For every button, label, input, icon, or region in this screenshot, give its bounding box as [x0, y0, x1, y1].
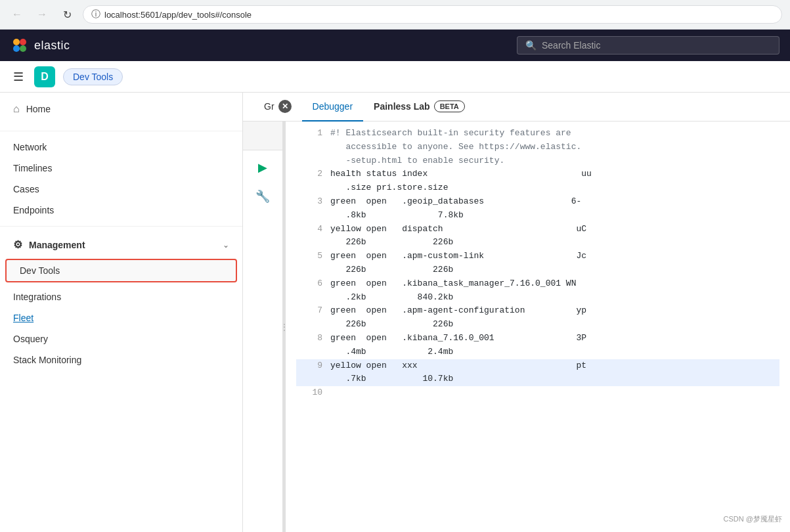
line-content: .2kb 840.2kb — [330, 291, 453, 305]
sidebar-divider-2 — [0, 226, 242, 227]
line-content: green open .kibana_task_manager_7.16.0_0… — [330, 277, 576, 291]
line-content: green open .geoip_databases 6- — [330, 195, 581, 209]
tab-gr[interactable]: Gr ✕ — [253, 93, 302, 122]
address-bar: ⓘ localhost:5601/app/dev_tools#/console — [83, 5, 782, 24]
tab-painless-lab[interactable]: Painless Lab BETA — [363, 93, 475, 122]
back-button[interactable]: ← — [8, 5, 26, 24]
line-number — [296, 372, 322, 386]
sidebar-item-endpoints[interactable]: Endpoints — [0, 200, 242, 221]
code-line-6b: .2kb 840.2kb — [296, 291, 779, 305]
security-icon: ⓘ — [91, 9, 100, 20]
url-text: localhost:5601/app/dev_tools#/console — [104, 10, 252, 20]
line-number — [296, 236, 322, 250]
watermark: CSDN @梦魇星虾 — [724, 514, 782, 524]
sidebar: ⌂ Home Network Timelines Cases Endpoints… — [0, 93, 243, 532]
code-line-1: 1 #! Elasticsearch built-in security fea… — [296, 127, 779, 141]
line-content: green open .apm-agent-configuration yp — [330, 304, 586, 318]
line-content: .7kb 10.7kb — [330, 372, 453, 386]
management-section[interactable]: ⚙ Management ⌄ — [0, 232, 242, 257]
tabs-bar: Gr ✕ Debugger Painless Lab BETA — [243, 93, 790, 122]
code-line-8b: .4mb 2.4mb — [296, 345, 779, 359]
svg-point-0 — [13, 39, 20, 45]
line-content: yellow open xxx pt — [330, 359, 586, 373]
tab-close-button[interactable]: ✕ — [278, 100, 292, 113]
home-icon: ⌂ — [13, 103, 20, 115]
line-content: .size pri.store.size — [330, 181, 448, 195]
line-number: 10 — [296, 386, 322, 400]
elastic-logo-icon — [11, 36, 29, 55]
line-content: green open .kibana_7.16.0_001 3P — [330, 332, 586, 345]
tab-gr-label: Gr — [264, 101, 274, 112]
sidebar-item-home[interactable]: ⌂ Home — [0, 93, 242, 125]
code-line-6: 6 green open .kibana_task_manager_7.16.0… — [296, 277, 779, 291]
line-number — [296, 263, 322, 277]
browser-toolbar: ← → ↻ ⓘ localhost:5601/app/dev_tools#/co… — [0, 0, 790, 29]
code-line-1b: accessible to anyone. See https://www.el… — [296, 141, 779, 154]
code-line-2: 2 health status index uu — [296, 167, 779, 181]
sidebar-home-label: Home — [26, 104, 51, 114]
line-content: accessible to anyone. See https://www.el… — [330, 141, 581, 154]
sidebar-item-osquery[interactable]: Osquery — [0, 328, 242, 349]
code-line-3: 3 green open .geoip_databases 6- — [296, 195, 779, 209]
line-number: 6 — [296, 277, 322, 291]
line-content: yellow open dispatch uC — [330, 223, 586, 236]
management-label: Management — [29, 240, 85, 250]
svg-point-3 — [20, 45, 26, 52]
code-line-2b: .size pri.store.size — [296, 181, 779, 195]
code-line-9b-highlight: .7kb 10.7kb — [296, 372, 779, 386]
code-output[interactable]: 1 #! Elasticsearch built-in security fea… — [286, 122, 790, 532]
console-toolbar: ▶ 🔧 — [243, 150, 282, 213]
line-number — [296, 345, 322, 359]
right-panel: Gr ✕ Debugger Painless Lab BETA — [243, 93, 790, 532]
line-number: 1 — [296, 127, 322, 141]
sidebar-item-fleet[interactable]: Fleet — [0, 307, 242, 328]
line-number — [296, 154, 322, 168]
line-number: 8 — [296, 332, 322, 345]
sidebar-item-stack-monitoring[interactable]: Stack Monitoring — [0, 349, 242, 370]
search-icon: 🔍 — [525, 40, 537, 51]
wrench-icon-button[interactable]: 🔧 — [251, 185, 274, 208]
code-line-4b: 226b 226b — [296, 236, 779, 250]
sidebar-item-integrations[interactable]: Integrations — [0, 286, 242, 307]
code-line-8: 8 green open .kibana_7.16.0_001 3P — [296, 332, 779, 345]
hamburger-menu-button[interactable]: ☰ — [11, 67, 26, 87]
line-content: health status index uu — [330, 167, 592, 181]
line-content: -setup.html to enable security. — [330, 154, 504, 168]
sidebar-bottom-items: Integrations Fleet Osquery Stack Monitor… — [0, 286, 242, 370]
line-content: #! Elasticsearch built-in security featu… — [330, 127, 571, 141]
line-content: green open .apm-custom-link Jc — [330, 250, 586, 263]
code-line-5: 5 green open .apm-custom-link Jc — [296, 250, 779, 263]
sidebar-item-network[interactable]: Network — [0, 137, 242, 158]
line-number: 3 — [296, 195, 322, 209]
sidebar-item-cases[interactable]: Cases — [0, 179, 242, 200]
line-content: 226b 226b — [330, 318, 453, 332]
line-number: 4 — [296, 223, 322, 236]
code-line-1c: -setup.html to enable security. — [296, 154, 779, 168]
tab-painless-label: Painless Lab — [374, 101, 430, 112]
line-content: .4mb 2.4mb — [330, 345, 453, 359]
code-line-5b: 226b 226b — [296, 263, 779, 277]
global-search-input[interactable] — [542, 40, 771, 51]
beta-badge: BETA — [434, 100, 465, 112]
sidebar-item-timelines[interactable]: Timelines — [0, 158, 242, 179]
global-search-bar[interactable]: 🔍 — [517, 36, 779, 55]
line-number: 7 — [296, 304, 322, 318]
reload-button[interactable]: ↻ — [58, 5, 76, 24]
line-content: .8kb 7.8kb — [330, 209, 464, 223]
main-content: ⌂ Home Network Timelines Cases Endpoints… — [0, 93, 790, 532]
app-title-button[interactable]: Dev Tools — [63, 68, 123, 85]
code-line-4: 4 yellow open dispatch uC — [296, 223, 779, 236]
tab-debugger[interactable]: Debugger — [302, 93, 364, 122]
code-line-3b: .8kb 7.8kb — [296, 209, 779, 223]
elastic-logo-text: elastic — [34, 39, 70, 53]
line-number: 5 — [296, 250, 322, 263]
browser-chrome: ← → ↻ ⓘ localhost:5601/app/dev_tools#/co… — [0, 0, 790, 30]
gear-icon: ⚙ — [13, 238, 22, 251]
line-number: 9 — [296, 359, 322, 373]
line-content: 226b 226b — [330, 263, 453, 277]
forward-button[interactable]: → — [33, 5, 51, 24]
chevron-down-icon: ⌄ — [223, 240, 229, 250]
line-number — [296, 181, 322, 195]
run-button[interactable]: ▶ — [251, 156, 274, 179]
sidebar-item-dev-tools[interactable]: Dev Tools — [5, 259, 237, 282]
